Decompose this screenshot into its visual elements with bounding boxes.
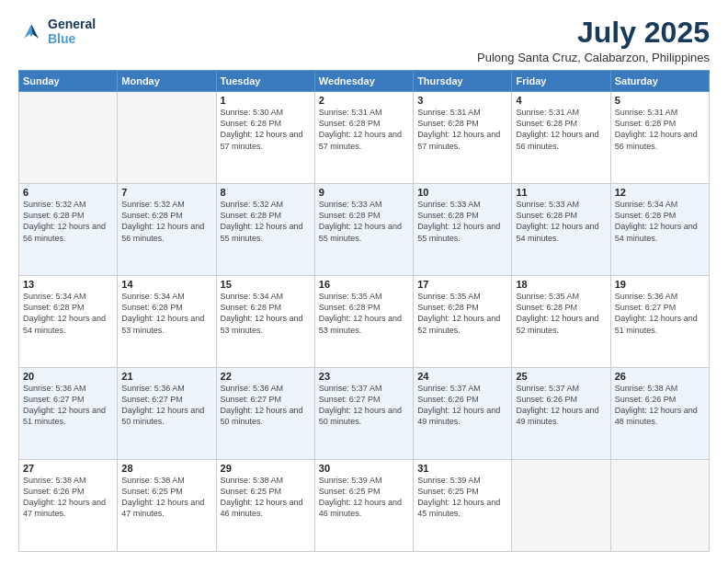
day-number: 16	[319, 279, 409, 290]
day-number: 17	[417, 279, 507, 290]
weekday-header-wednesday: Wednesday	[314, 71, 413, 92]
calendar-day-cell	[610, 460, 709, 552]
calendar-week-row: 13Sunrise: 5:34 AM Sunset: 6:28 PM Dayli…	[19, 276, 710, 368]
day-number: 23	[319, 371, 409, 382]
header: General Blue July 2025 Pulong Santa Cruz…	[18, 17, 710, 64]
calendar-day-cell: 25Sunrise: 5:37 AM Sunset: 6:26 PM Dayli…	[512, 368, 610, 460]
day-info: Sunrise: 5:37 AM Sunset: 6:27 PM Dayligh…	[319, 383, 409, 428]
calendar-day-cell	[512, 460, 610, 552]
calendar-day-cell: 16Sunrise: 5:35 AM Sunset: 6:28 PM Dayli…	[314, 276, 413, 368]
day-info: Sunrise: 5:33 AM Sunset: 6:28 PM Dayligh…	[417, 199, 507, 244]
day-number: 6	[23, 187, 113, 198]
weekday-header-saturday: Saturday	[610, 71, 709, 92]
day-info: Sunrise: 5:32 AM Sunset: 6:28 PM Dayligh…	[221, 199, 311, 244]
day-info: Sunrise: 5:38 AM Sunset: 6:26 PM Dayligh…	[23, 475, 113, 520]
calendar-day-cell: 20Sunrise: 5:36 AM Sunset: 6:27 PM Dayli…	[19, 368, 118, 460]
day-info: Sunrise: 5:32 AM Sunset: 6:28 PM Dayligh…	[121, 199, 211, 244]
svg-marker-1	[31, 24, 39, 39]
day-number: 30	[319, 463, 409, 474]
weekday-header-tuesday: Tuesday	[216, 71, 314, 92]
calendar-day-cell: 22Sunrise: 5:36 AM Sunset: 6:27 PM Dayli…	[216, 368, 314, 460]
day-number: 2	[319, 95, 409, 106]
calendar-day-cell: 14Sunrise: 5:34 AM Sunset: 6:28 PM Dayli…	[118, 276, 216, 368]
day-info: Sunrise: 5:34 AM Sunset: 6:28 PM Dayligh…	[23, 291, 113, 336]
calendar-day-cell: 1Sunrise: 5:30 AM Sunset: 6:28 PM Daylig…	[216, 92, 314, 184]
day-number: 10	[417, 187, 507, 198]
day-number: 3	[417, 95, 507, 106]
logo-icon	[18, 18, 44, 44]
calendar-day-cell: 9Sunrise: 5:33 AM Sunset: 6:28 PM Daylig…	[314, 184, 413, 276]
day-info: Sunrise: 5:37 AM Sunset: 6:26 PM Dayligh…	[417, 383, 507, 428]
day-number: 4	[516, 95, 606, 106]
title-block: July 2025 Pulong Santa Cruz, Calabarzon,…	[477, 17, 710, 64]
day-info: Sunrise: 5:31 AM Sunset: 6:28 PM Dayligh…	[417, 107, 507, 152]
day-number: 25	[516, 371, 606, 382]
day-number: 27	[23, 463, 113, 474]
calendar-day-cell: 2Sunrise: 5:31 AM Sunset: 6:28 PM Daylig…	[314, 92, 413, 184]
weekday-header-thursday: Thursday	[414, 71, 512, 92]
day-info: Sunrise: 5:34 AM Sunset: 6:28 PM Dayligh…	[121, 291, 211, 336]
day-number: 31	[417, 463, 507, 474]
day-number: 15	[221, 279, 311, 290]
calendar-day-cell	[19, 92, 118, 184]
subtitle: Pulong Santa Cruz, Calabarzon, Philippin…	[477, 51, 710, 64]
calendar-week-row: 1Sunrise: 5:30 AM Sunset: 6:28 PM Daylig…	[19, 92, 710, 184]
day-number: 1	[221, 95, 311, 106]
logo: General Blue	[18, 17, 96, 46]
calendar-day-cell: 3Sunrise: 5:31 AM Sunset: 6:28 PM Daylig…	[414, 92, 512, 184]
calendar-day-cell: 31Sunrise: 5:39 AM Sunset: 6:25 PM Dayli…	[414, 460, 512, 552]
day-info: Sunrise: 5:34 AM Sunset: 6:28 PM Dayligh…	[615, 199, 705, 244]
day-info: Sunrise: 5:35 AM Sunset: 6:28 PM Dayligh…	[516, 291, 606, 336]
day-number: 18	[516, 279, 606, 290]
calendar-day-cell: 12Sunrise: 5:34 AM Sunset: 6:28 PM Dayli…	[610, 184, 709, 276]
day-number: 20	[23, 371, 113, 382]
day-number: 29	[221, 463, 311, 474]
calendar-day-cell: 29Sunrise: 5:38 AM Sunset: 6:25 PM Dayli…	[216, 460, 314, 552]
day-number: 21	[121, 371, 211, 382]
calendar-day-cell	[118, 92, 216, 184]
day-info: Sunrise: 5:38 AM Sunset: 6:26 PM Dayligh…	[615, 383, 705, 428]
weekday-header-monday: Monday	[118, 71, 216, 92]
day-number: 12	[615, 187, 705, 198]
logo-text: General Blue	[48, 17, 96, 46]
day-info: Sunrise: 5:32 AM Sunset: 6:28 PM Dayligh…	[23, 199, 113, 244]
day-number: 13	[23, 279, 113, 290]
day-number: 11	[516, 187, 606, 198]
day-info: Sunrise: 5:36 AM Sunset: 6:27 PM Dayligh…	[221, 383, 311, 428]
day-number: 19	[615, 279, 705, 290]
calendar-header-row: SundayMondayTuesdayWednesdayThursdayFrid…	[19, 71, 710, 92]
day-info: Sunrise: 5:33 AM Sunset: 6:28 PM Dayligh…	[319, 199, 409, 244]
calendar-day-cell: 4Sunrise: 5:31 AM Sunset: 6:28 PM Daylig…	[512, 92, 610, 184]
calendar-day-cell: 19Sunrise: 5:36 AM Sunset: 6:27 PM Dayli…	[610, 276, 709, 368]
day-number: 22	[221, 371, 311, 382]
day-info: Sunrise: 5:31 AM Sunset: 6:28 PM Dayligh…	[615, 107, 705, 152]
day-number: 26	[615, 371, 705, 382]
day-info: Sunrise: 5:37 AM Sunset: 6:26 PM Dayligh…	[516, 383, 606, 428]
calendar-day-cell: 7Sunrise: 5:32 AM Sunset: 6:28 PM Daylig…	[118, 184, 216, 276]
calendar-day-cell: 27Sunrise: 5:38 AM Sunset: 6:26 PM Dayli…	[19, 460, 118, 552]
day-info: Sunrise: 5:36 AM Sunset: 6:27 PM Dayligh…	[615, 291, 705, 336]
day-info: Sunrise: 5:36 AM Sunset: 6:27 PM Dayligh…	[23, 383, 113, 428]
day-info: Sunrise: 5:35 AM Sunset: 6:28 PM Dayligh…	[319, 291, 409, 336]
calendar-day-cell: 21Sunrise: 5:36 AM Sunset: 6:27 PM Dayli…	[118, 368, 216, 460]
day-info: Sunrise: 5:38 AM Sunset: 6:25 PM Dayligh…	[121, 475, 211, 520]
main-title: July 2025	[477, 17, 710, 49]
calendar-day-cell: 26Sunrise: 5:38 AM Sunset: 6:26 PM Dayli…	[610, 368, 709, 460]
calendar-week-row: 6Sunrise: 5:32 AM Sunset: 6:28 PM Daylig…	[19, 184, 710, 276]
calendar-day-cell: 8Sunrise: 5:32 AM Sunset: 6:28 PM Daylig…	[216, 184, 314, 276]
calendar-day-cell: 24Sunrise: 5:37 AM Sunset: 6:26 PM Dayli…	[414, 368, 512, 460]
day-info: Sunrise: 5:35 AM Sunset: 6:28 PM Dayligh…	[417, 291, 507, 336]
day-number: 24	[417, 371, 507, 382]
day-info: Sunrise: 5:36 AM Sunset: 6:27 PM Dayligh…	[121, 383, 211, 428]
calendar-week-row: 27Sunrise: 5:38 AM Sunset: 6:26 PM Dayli…	[19, 460, 710, 552]
calendar-table: SundayMondayTuesdayWednesdayThursdayFrid…	[18, 70, 710, 552]
calendar-day-cell: 5Sunrise: 5:31 AM Sunset: 6:28 PM Daylig…	[610, 92, 709, 184]
day-number: 14	[121, 279, 211, 290]
calendar-day-cell: 18Sunrise: 5:35 AM Sunset: 6:28 PM Dayli…	[512, 276, 610, 368]
day-info: Sunrise: 5:39 AM Sunset: 6:25 PM Dayligh…	[319, 475, 409, 520]
day-info: Sunrise: 5:39 AM Sunset: 6:25 PM Dayligh…	[417, 475, 507, 520]
day-info: Sunrise: 5:31 AM Sunset: 6:28 PM Dayligh…	[319, 107, 409, 152]
calendar-day-cell: 23Sunrise: 5:37 AM Sunset: 6:27 PM Dayli…	[314, 368, 413, 460]
day-info: Sunrise: 5:38 AM Sunset: 6:25 PM Dayligh…	[221, 475, 311, 520]
calendar-day-cell: 28Sunrise: 5:38 AM Sunset: 6:25 PM Dayli…	[118, 460, 216, 552]
